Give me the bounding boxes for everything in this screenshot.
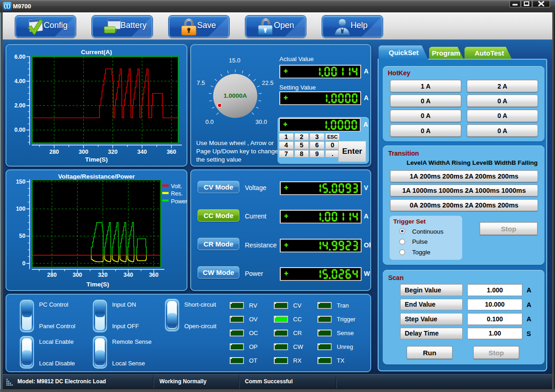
svg-text:Volt.: Volt. [171, 183, 182, 190]
svg-text:6.00: 6.00 [14, 54, 25, 60]
svg-text:280: 280 [47, 272, 57, 278]
svg-text:360: 360 [149, 272, 159, 278]
svg-text:Power: Power [171, 198, 187, 205]
svg-text:1.0000A: 1.0000A [223, 92, 247, 99]
svg-text:50: 50 [19, 233, 26, 239]
svg-text:4.00: 4.00 [14, 78, 25, 84]
svg-text:340: 340 [124, 272, 133, 278]
svg-text:Res.: Res. [171, 190, 183, 197]
svg-text:100: 100 [16, 206, 26, 212]
svg-text:320: 320 [98, 272, 108, 278]
svg-text:0: 0 [23, 260, 26, 267]
svg-text:300: 300 [73, 272, 82, 278]
svg-text:340: 340 [137, 149, 147, 155]
svg-text:150: 150 [16, 179, 26, 185]
svg-text:320: 320 [108, 149, 118, 155]
svg-text:360: 360 [167, 149, 176, 155]
svg-text:300: 300 [79, 149, 88, 155]
svg-text:280: 280 [49, 149, 59, 155]
svg-text:0.00: 0.00 [14, 127, 25, 133]
svg-text:2.00: 2.00 [14, 102, 25, 109]
